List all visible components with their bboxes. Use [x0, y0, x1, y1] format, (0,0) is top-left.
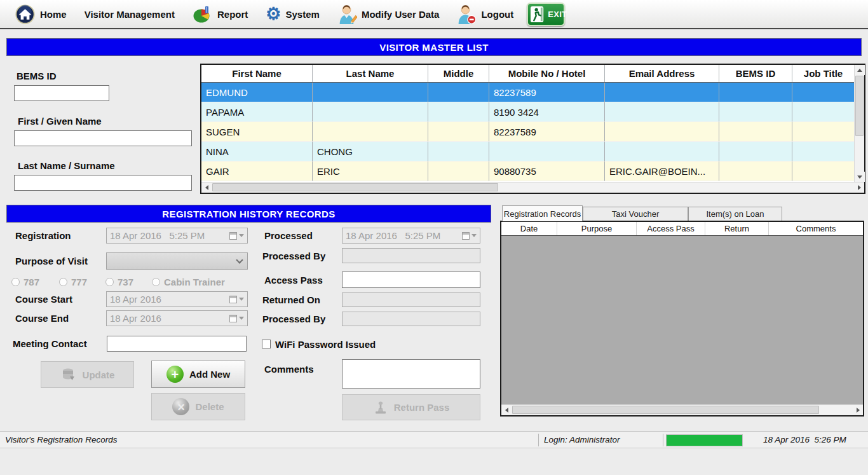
system-icon: ⚙: [266, 6, 281, 23]
course-end-label: Course End: [15, 313, 69, 324]
visitor-row[interactable]: GAIRERIC90880735ERIC.GAIR@BOEIN...: [201, 162, 854, 181]
scroll-up-icon[interactable]: [855, 65, 865, 75]
visitor-cell: [605, 142, 719, 162]
tab-taxi-voucher[interactable]: Taxi Voucher: [583, 207, 688, 221]
records-column-header[interactable]: Access Pass: [637, 222, 705, 235]
delete-button[interactable]: × Delete: [151, 393, 245, 420]
visitor-column-header[interactable]: Email Address: [605, 65, 719, 82]
returned-on-input: [342, 293, 480, 307]
visitor-column-header[interactable]: Job Title: [792, 65, 854, 82]
exit-button[interactable]: EXIT: [527, 3, 565, 26]
toolbar-modify-user-data[interactable]: Modify User Data: [329, 1, 448, 27]
exit-icon: [530, 5, 547, 24]
comments-input[interactable]: [342, 359, 480, 389]
access-pass-input[interactable]: [342, 272, 480, 288]
vscroll-thumb[interactable]: [855, 76, 864, 136]
hscroll-thumb[interactable]: [212, 183, 498, 191]
visitor-table-vscrollbar[interactable]: [854, 65, 864, 182]
scroll-left-icon[interactable]: [501, 405, 512, 415]
tab-items-on-loan-label: Item(s) on Loan: [706, 209, 764, 219]
visitor-row[interactable]: PAPAMA8190 3424: [201, 102, 854, 122]
visitor-column-header[interactable]: Middle: [428, 65, 489, 82]
records-column-header[interactable]: Date: [501, 222, 557, 235]
tab-items-on-loan[interactable]: Item(s) on Loan: [688, 207, 782, 221]
bems-id-input[interactable]: [14, 85, 109, 101]
visitor-cell: PAPAMA: [201, 102, 313, 122]
meeting-contact-input[interactable]: [107, 336, 247, 352]
update-button[interactable]: Update: [41, 361, 134, 388]
registration-datepicker-value: 18 Apr 2016 5:25 PM: [110, 230, 205, 241]
return-pass-icon: [373, 400, 388, 415]
visitor-table-body: EDMUND82237589PAPAMA8190 3424SUGEN822375…: [201, 83, 854, 181]
visitor-cell: [719, 162, 792, 181]
toolbar-visitor-management[interactable]: Visitor Management: [76, 1, 183, 27]
registration-banner: REGISTRATION HISTORY RECORDS: [6, 205, 491, 223]
calendar-icon: [229, 296, 244, 303]
toolbar-system[interactable]: ⚙ System: [257, 1, 328, 27]
visitor-cell: [489, 142, 605, 162]
hscroll-thumb[interactable]: [512, 406, 819, 414]
visitor-column-header[interactable]: First Name: [201, 65, 313, 82]
calendar-icon: [229, 315, 244, 322]
visitor-cell: 82237589: [489, 83, 605, 102]
scroll-down-icon[interactable]: [855, 172, 865, 182]
bems-id-label: BEMS ID: [17, 71, 57, 81]
visitor-column-header[interactable]: BEMS ID: [719, 65, 792, 82]
visitor-cell: [792, 162, 854, 181]
visitor-row[interactable]: EDMUND82237589: [201, 83, 854, 102]
status-datetime-text: 18 Apr 2016 5:26 PM: [763, 435, 846, 444]
master-list-banner: VISITOR MASTER LIST: [6, 38, 862, 56]
purpose-of-visit-dropdown: [106, 252, 248, 270]
scroll-right-icon[interactable]: [854, 182, 864, 193]
first-name-input[interactable]: [14, 130, 192, 146]
meeting-contact-label: Meeting Contact: [13, 338, 87, 349]
return-pass-button-label: Return Pass: [394, 402, 450, 413]
records-column-header[interactable]: Comments: [769, 222, 863, 235]
records-grid-hscrollbar[interactable]: [501, 404, 863, 415]
radio-787: 787: [11, 277, 39, 287]
visitor-cell: ERIC.GAIR@BOEIN...: [605, 162, 719, 181]
processed-value: 18 Apr 2016 5:25 PM: [346, 230, 440, 241]
visitor-cell: [605, 102, 719, 122]
visitor-column-header[interactable]: Mobile No / Hotel: [489, 65, 605, 82]
scroll-left-icon[interactable]: [201, 182, 212, 193]
toolbar-modify-user-data-label: Modify User Data: [362, 9, 440, 20]
toolbar-system-label: System: [286, 9, 320, 20]
visitor-cell: [313, 83, 428, 102]
app-window: Home Visitor Management Report ⚙ System: [0, 0, 868, 475]
visitor-row[interactable]: SUGEN82237589: [201, 122, 854, 142]
visitor-cell: [428, 122, 489, 142]
records-column-header[interactable]: Purpose: [557, 222, 637, 235]
status-left-text: Visitor's Registration Records: [5, 435, 117, 444]
visitor-cell: [428, 162, 489, 181]
course-start-label: Course Start: [15, 294, 72, 305]
records-grid-header: DatePurposeAccess PassReturnComments: [501, 222, 863, 236]
add-icon: +: [166, 366, 184, 383]
visitor-cell: [428, 83, 489, 102]
visitor-cell: [792, 83, 854, 102]
toolbar-report[interactable]: Report: [184, 1, 256, 27]
radio-737-label: 737: [118, 277, 133, 287]
toolbar-home-label: Home: [40, 9, 67, 20]
visitor-column-header[interactable]: Last Name: [313, 65, 428, 82]
registration-datepicker: 18 Apr 2016 5:25 PM: [106, 228, 248, 244]
purpose-of-visit-label: Purpose of Visit: [15, 256, 88, 266]
toolbar-logout[interactable]: Logout: [449, 1, 522, 27]
visitor-cell: [313, 102, 428, 122]
tab-registration-records[interactable]: Registration Records: [502, 205, 583, 221]
toolbar-logout-label: Logout: [481, 9, 513, 20]
wifi-password-checkbox[interactable]: [262, 340, 271, 348]
visitor-table-hscrollbar[interactable]: [201, 182, 864, 193]
visitor-table: First NameLast NameMiddleMobile No / Hot…: [200, 64, 865, 194]
visitor-cell: NINA: [201, 142, 313, 162]
records-column-header[interactable]: Return: [705, 222, 769, 235]
visitor-row[interactable]: NINACHONG: [201, 142, 854, 162]
add-new-button[interactable]: + Add New: [151, 361, 245, 388]
return-pass-button[interactable]: Return Pass: [342, 394, 480, 420]
visitor-cell: 90880735: [489, 162, 605, 181]
visitor-cell: [605, 83, 719, 102]
visitor-table-header: First NameLast NameMiddleMobile No / Hot…: [201, 65, 854, 83]
scroll-right-icon[interactable]: [853, 405, 863, 415]
toolbar-home[interactable]: Home: [6, 1, 75, 27]
last-name-input[interactable]: [14, 175, 192, 191]
